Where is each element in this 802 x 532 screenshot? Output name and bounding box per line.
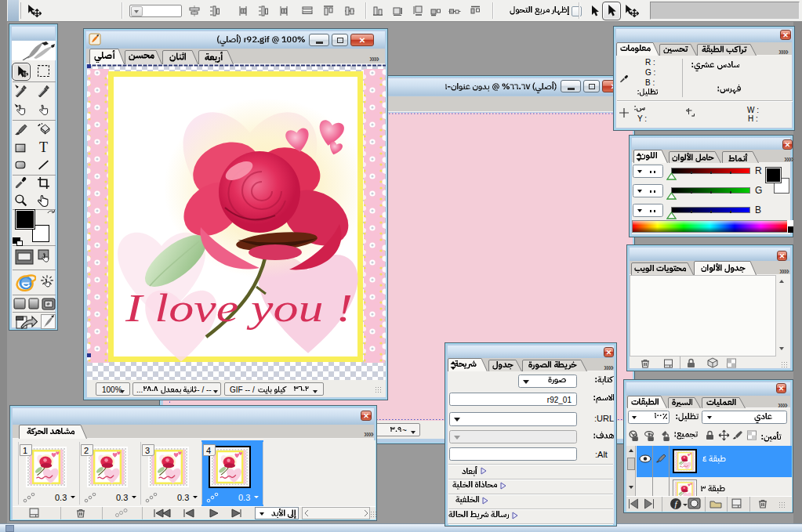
svg-text:I love you !: I love you ! (125, 286, 353, 330)
svg-text:T: T (39, 141, 48, 154)
